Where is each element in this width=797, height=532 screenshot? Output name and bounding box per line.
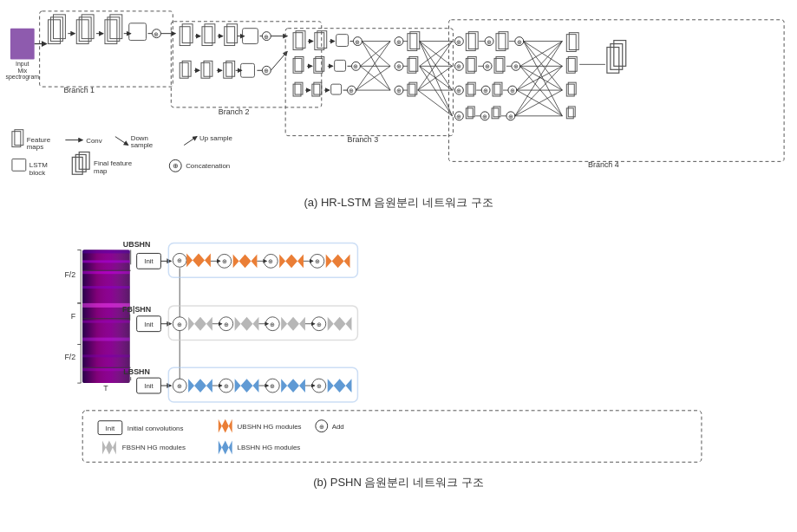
svg-rect-72: [335, 60, 346, 71]
svg-text:⊕: ⊕: [456, 114, 461, 120]
svg-text:UBSHN HG modules: UBSHN HG modules: [238, 423, 302, 431]
svg-text:⊕: ⊕: [317, 321, 322, 328]
svg-text:FBSHN HG modules: FBSHN HG modules: [122, 444, 186, 451]
svg-rect-201: [15, 130, 23, 146]
svg-text:LBSHN HG modules: LBSHN HG modules: [238, 444, 301, 451]
svg-text:⊕: ⊕: [270, 383, 275, 389]
svg-text:⊕: ⊕: [482, 114, 487, 120]
svg-rect-18: [129, 23, 147, 41]
svg-text:Add: Add: [332, 423, 344, 431]
svg-text:spectrogram: spectrogram: [6, 74, 40, 81]
svg-rect-13: [82, 15, 94, 39]
svg-text:LSTM: LSTM: [29, 161, 48, 169]
svg-rect-57: [296, 31, 305, 49]
svg-text:⊕: ⊕: [264, 34, 269, 40]
svg-rect-11: [76, 20, 88, 44]
top-diagram: Input Mix spectrogram Branch 1: [3, 3, 794, 194]
svg-rect-225: [82, 260, 130, 263]
svg-text:block: block: [29, 169, 46, 177]
svg-rect-229: [82, 321, 130, 323]
bottom-diagram: F/2 F F/2 T UBSHN Init: [3, 214, 794, 474]
svg-rect-34: [243, 29, 258, 44]
svg-text:Input: Input: [16, 61, 29, 68]
svg-rect-226: [82, 270, 130, 274]
svg-text:⊕: ⊕: [517, 39, 522, 45]
svg-rect-17: [110, 15, 122, 39]
svg-text:FB|SHN: FB|SHN: [122, 305, 151, 314]
svg-marker-257: [233, 254, 258, 268]
svg-rect-126: [466, 34, 475, 51]
svg-text:⊕: ⊕: [349, 88, 354, 94]
svg-text:⊕: ⊕: [315, 258, 320, 264]
svg-text:⊕: ⊕: [224, 321, 229, 328]
svg-text:⊕: ⊕: [319, 424, 324, 430]
svg-text:Init: Init: [144, 382, 154, 390]
svg-rect-127: [468, 32, 478, 49]
svg-marker-286: [328, 317, 352, 331]
svg-text:maps: maps: [27, 143, 43, 151]
svg-line-119: [420, 42, 453, 116]
svg-text:⊕: ⊕: [396, 63, 402, 69]
svg-rect-40: [182, 61, 191, 76]
svg-text:F/2: F/2: [64, 353, 75, 361]
svg-text:⊕: ⊕: [353, 63, 358, 69]
svg-line-53: [271, 51, 287, 70]
svg-line-180: [524, 42, 563, 91]
svg-rect-59: [315, 33, 324, 50]
svg-text:⊕: ⊕: [222, 258, 227, 264]
svg-text:F: F: [71, 312, 76, 321]
svg-text:Init: Init: [144, 321, 154, 328]
main-container: Input Mix spectrogram Branch 1: [0, 0, 797, 532]
svg-text:⊕: ⊕: [456, 63, 461, 69]
svg-marker-324: [219, 441, 232, 455]
svg-rect-230: [82, 338, 130, 341]
svg-rect-15: [105, 20, 117, 44]
svg-text:Branch 3: Branch 3: [348, 135, 379, 144]
svg-text:⊕: ⊕: [483, 88, 488, 94]
svg-rect-0: [10, 29, 35, 60]
svg-text:Branch 2: Branch 2: [219, 107, 250, 116]
svg-rect-46: [226, 61, 235, 76]
svg-text:⊕: ⊕: [264, 68, 269, 74]
svg-rect-7: [49, 20, 61, 44]
svg-line-206: [115, 137, 128, 146]
svg-rect-102: [410, 32, 420, 49]
svg-line-209: [184, 137, 197, 146]
svg-rect-82: [331, 84, 342, 94]
svg-text:T: T: [103, 384, 108, 393]
svg-rect-45: [224, 62, 232, 78]
svg-text:⊕: ⊕: [317, 383, 322, 389]
svg-text:UBSHN: UBSHN: [123, 240, 151, 249]
svg-text:⊕: ⊕: [173, 162, 179, 170]
svg-rect-224: [82, 250, 130, 253]
svg-text:⊕: ⊕: [224, 383, 229, 389]
caption-b-text: (b) PSHN 음원분리 네트워크 구조: [313, 476, 483, 489]
svg-text:⊕: ⊕: [396, 88, 402, 94]
svg-rect-56: [293, 33, 303, 50]
svg-rect-54: [285, 29, 453, 136]
caption-b: (b) PSHN 음원분리 네트워크 구조: [3, 474, 794, 490]
svg-text:⊕: ⊕: [270, 321, 275, 328]
svg-text:Branch 1: Branch 1: [63, 86, 95, 94]
svg-rect-227: [82, 286, 130, 289]
svg-text:Mix: Mix: [17, 68, 27, 74]
svg-text:⊕: ⊕: [508, 114, 513, 120]
svg-rect-101: [408, 34, 417, 51]
svg-text:Conv: Conv: [86, 137, 102, 145]
svg-line-174: [517, 42, 563, 91]
svg-rect-231: [82, 354, 130, 357]
svg-marker-278: [235, 317, 259, 331]
svg-text:⊕: ⊕: [456, 88, 461, 94]
svg-rect-132: [499, 32, 508, 49]
svg-rect-313: [82, 411, 702, 462]
svg-line-120: [420, 66, 453, 115]
svg-text:Down: Down: [131, 134, 148, 142]
svg-text:map: map: [94, 167, 108, 175]
svg-text:LBSHN: LBSHN: [123, 367, 150, 376]
svg-marker-303: [281, 379, 305, 393]
svg-marker-265: [326, 254, 350, 268]
svg-text:⊕: ⊕: [355, 39, 360, 45]
svg-line-121: [418, 90, 453, 116]
svg-text:⊕: ⊕: [268, 258, 273, 264]
svg-rect-39: [180, 62, 188, 78]
